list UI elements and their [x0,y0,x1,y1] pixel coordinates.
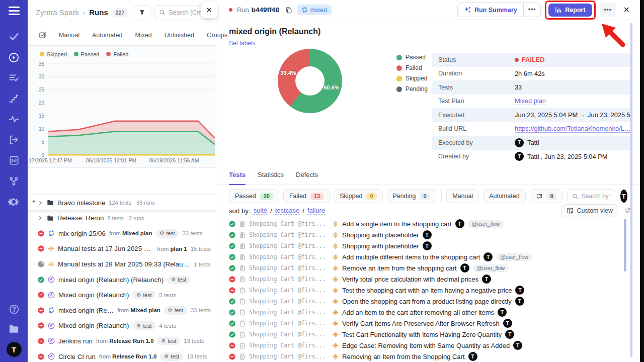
test-row[interactable]: Shopping Cart @firs...Open the shopping … [216,296,640,307]
help-icon[interactable] [8,303,21,316]
test-plan-link[interactable]: Mixed plan [515,97,546,105]
run-meta: 4 tests [159,323,176,329]
tab-tests[interactable]: Tests [229,171,246,185]
run-row[interactable]: mixed origin (Relaunch)from Mixed plan⚙t… [28,303,216,318]
filter-chip-manual[interactable]: Manual [446,189,479,203]
panel-scrollbar[interactable] [630,23,632,357]
run-row[interactable]: mix origin 25/06from Mixed plan⚙test33 t… [28,226,216,241]
test-row[interactable]: Shopping Cart @firs...Add multiple diffe… [216,251,640,262]
test-row[interactable]: Shopping Cart @firs...Verify total price… [216,274,640,285]
more-options-button[interactable]: ••• [600,3,616,17]
test-row[interactable]: Shopping Cart @firs...Edge Case: Removin… [216,340,640,351]
run-row[interactable]: Mixed origin (Relaunch)⚙test5 tests [28,287,216,303]
tab-automated[interactable]: Automated [92,32,122,39]
test-plans-icon[interactable] [8,71,21,84]
settings-gear-icon[interactable] [8,195,21,208]
assignee-avatar[interactable]: T [620,190,627,203]
filter-chip-automated[interactable]: Automated [483,189,525,203]
tests-list-scrollbar[interactable] [624,219,626,272]
filter-chip-pending[interactable]: Pending0 [387,189,436,203]
tab-statistics[interactable]: Statistics [258,171,284,185]
run-meta: 33 tests [191,307,211,313]
test-row[interactable]: Shopping Cart @firs...Removing an Item f… [216,351,640,362]
tab-mixed[interactable]: Mixed [135,32,151,39]
set-labels-link[interactable]: Set labels [229,40,256,47]
panel-close-button[interactable]: ✕ [201,2,217,18]
test-row[interactable]: Shopping Cart @firs...Test the shopping … [216,285,640,296]
run-type-badge[interactable]: mixed [297,5,332,15]
details-label: Tests [432,84,515,91]
reports-chart-icon[interactable] [8,154,21,167]
tab-unfinished[interactable]: Unfinished [165,32,194,39]
report-button[interactable]: Report [548,4,592,17]
test-row[interactable]: Shopping Cart @firs...Verify Cart Items … [216,318,640,329]
sort-separator: / [302,207,304,215]
run-row[interactable]: Bravo milestone124 tests33 runs [28,195,216,211]
app-run-icon [48,322,55,329]
git-fork-icon[interactable] [8,174,21,188]
hamburger-menu-icon[interactable] [9,7,20,15]
details-value: Jun 23, 2025 5:04 PM → Jun 23, 2025 5:52… [515,111,632,119]
test-row[interactable]: Shopping Cart @firs...Shopping with plac… [216,240,640,251]
failed-status-icon [38,338,44,344]
run-row[interactable]: Jenkins runfrom Release Run 1.0⚙test13 t… [28,333,216,349]
run-row[interactable]: Manual tests at 17 Jun 2025 10:09from pl… [28,241,216,257]
count-text: 2 runs [129,215,144,221]
failed-status-icon [38,230,44,237]
filter-chip-passed[interactable]: Passed20 [229,189,279,203]
run-summary-button[interactable]: Run Summary [458,3,523,17]
run-row[interactable]: Release: Rerun8 tests2 runs [28,210,216,226]
filter-chip-skipped[interactable]: Skipped0 [334,189,382,203]
breadcrumb-project[interactable]: Zyntra Spark [36,8,79,17]
build-url-link[interactable]: https://github.com/TetianaKhomenko/Load-… [515,125,632,133]
test-suite-name: Shopping Cart @firs... [249,331,329,338]
close-run-detail-button[interactable]: ✕ [620,5,633,15]
sort-by-suite[interactable]: suite [254,207,267,215]
test-row[interactable]: Shopping Cart @firs...Add an item to the… [216,307,640,318]
runs-play-icon[interactable] [8,51,21,64]
projects-folder-icon[interactable] [8,322,21,335]
gear-icon: ⚙ [136,323,141,328]
milestones-steps-icon[interactable] [8,92,21,105]
run-row[interactable]: Manual tests at 28 Mar 2025 09:33 (Relau… [28,256,216,272]
app-run-icon [48,292,55,299]
filter-funnel-button[interactable] [134,5,150,20]
runs-list: Bravo milestone124 tests33 runsRelease: … [28,168,216,362]
donut-legend: PassedFailedSkippedPending [396,54,428,93]
tab-manual[interactable]: Manual [59,32,79,39]
run-row[interactable]: Mixed origin (Relaunch)⚙test4 tests [28,318,216,334]
donut-legend-item-pending: Pending [396,85,428,93]
manual-burst-icon [332,320,339,327]
sort-by-testcase[interactable]: testcase [275,207,299,215]
test-row[interactable]: Shopping Cart @firs...Remove an item fro… [216,262,640,274]
testcase-clipboard-icon [239,265,246,272]
sort-by-failure[interactable]: failure [307,207,325,215]
tests-search[interactable] [567,189,616,203]
gear-icon: ⚙ [171,277,176,282]
tests-search-input[interactable] [582,193,611,200]
test-row[interactable]: Shopping Cart @firs...Test Cart Function… [216,329,640,340]
run-summary-more-button[interactable]: ••• [523,3,541,17]
test-row[interactable]: Shopping Cart @firs...Add a single item … [216,218,640,229]
chevron-right-icon [38,215,43,221]
filter-chip-failed[interactable]: Failed13 [283,189,330,203]
comments-filter-chip[interactable]: 8 [530,189,563,203]
chip-label: Automated [489,193,519,200]
select-runs-icon[interactable] [39,31,46,39]
run-row[interactable]: Circle CI runfrom Release Run 1.0⚙test13… [28,349,216,362]
test-row[interactable]: Shopping Cart @firs...Shopping with plac… [216,229,640,240]
run-row[interactable]: mixed origin (Relaunch) (Relaunch)⚙test [28,272,216,288]
tab-defects[interactable]: Defects [296,171,318,185]
manual-burst-icon [332,232,339,238]
status-text: FAILED [522,56,545,63]
activity-pulse-icon[interactable] [8,113,21,126]
custom-view-button[interactable]: Custom view [561,204,618,217]
sync-run-icon [48,307,55,314]
user-avatar[interactable]: T [7,342,22,357]
import-icon[interactable] [8,133,21,146]
copy-icon[interactable] [285,7,292,14]
testcases-check-icon[interactable] [8,30,21,43]
test-suite-name: Shopping Cart @firs... [249,298,329,305]
failed-status-icon [38,322,44,329]
testcase-clipboard-icon [239,276,246,283]
